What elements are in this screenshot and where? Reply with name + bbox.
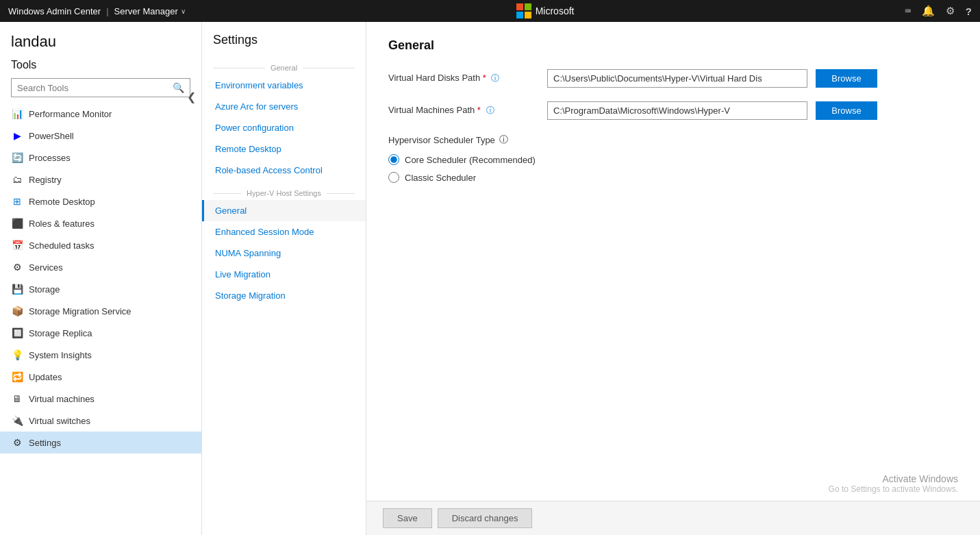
content-area: Settings General Environment variables A… — [202, 22, 980, 535]
nav-live-migration[interactable]: Live Migration — [202, 264, 366, 285]
vhd-info-icon[interactable]: ⓘ — [491, 73, 499, 83]
app-name: Windows Admin Center — [8, 6, 101, 16]
activate-title: Activate Windows — [829, 473, 958, 484]
vm-path-row: Virtual Machines Path * ⓘ Browse — [388, 101, 958, 120]
scheduler-label: Hypervisor Scheduler Type ⓘ — [388, 134, 958, 146]
sidebar: landau Tools 🔍 📊 Performance Monitor ▶ P… — [0, 22, 202, 535]
settings-icon[interactable]: ⚙ — [946, 5, 955, 17]
nav-power-config[interactable]: Power configuration — [202, 117, 366, 138]
nav-storage-migration[interactable]: Storage Migration — [202, 285, 366, 306]
terminal-icon[interactable]: ⌨ — [905, 5, 910, 16]
core-scheduler-label[interactable]: Core Scheduler (Recommended) — [405, 155, 536, 165]
sidebar-item-label: Processes — [29, 153, 71, 163]
vhd-path-input[interactable] — [547, 69, 807, 88]
sidebar-item-system-insights[interactable]: 💡 System Insights — [0, 344, 201, 366]
sidebar-header: landau Tools 🔍 — [0, 22, 201, 103]
remote-desktop-icon: ⊞ — [11, 195, 23, 208]
vhd-browse-button[interactable]: Browse — [816, 69, 877, 88]
tools-label: Tools — [11, 59, 190, 71]
nav-remote-desktop[interactable]: Remote Desktop — [202, 138, 366, 160]
classic-scheduler-radio[interactable] — [388, 172, 399, 183]
vhd-required-marker: * — [483, 73, 486, 83]
sidebar-item-storage-replica[interactable]: 🔲 Storage Replica — [0, 322, 201, 344]
roles-features-icon: ⬛ — [11, 217, 23, 229]
help-icon[interactable]: ? — [966, 5, 972, 17]
virtual-machines-icon: 🖥 — [11, 393, 23, 405]
collapse-sidebar-button[interactable]: ❮ — [187, 90, 196, 103]
nav-general[interactable]: General — [202, 200, 366, 221]
sidebar-item-processes[interactable]: 🔄 Processes — [0, 147, 201, 169]
bell-icon[interactable]: 🔔 — [922, 5, 935, 17]
sidebar-item-label: Virtual machines — [29, 394, 95, 404]
sidebar-item-registry[interactable]: 🗂 Registry — [0, 169, 201, 190]
sidebar-item-label: Updates — [29, 372, 62, 382]
ms-logo-icon — [516, 3, 531, 18]
settings-panel: Settings General Environment variables A… — [202, 22, 366, 535]
services-icon: ⚙ — [11, 261, 23, 273]
updates-icon: 🔁 — [11, 371, 23, 383]
search-box: 🔍 — [11, 78, 190, 97]
sidebar-item-services[interactable]: ⚙ Services — [0, 256, 201, 278]
discard-button[interactable]: Discard changes — [438, 508, 533, 528]
search-input[interactable] — [12, 79, 167, 97]
performance-monitor-icon: 📊 — [11, 108, 23, 120]
ms-logo-area: Microsoft — [516, 3, 575, 18]
vhd-label: Virtual Hard Disks Path * ⓘ — [388, 73, 539, 84]
sidebar-item-roles-features[interactable]: ⬛ Roles & features — [0, 212, 201, 234]
nav-numa-spanning[interactable]: NUMA Spanning — [202, 242, 366, 264]
sidebar-item-label: PowerShell — [29, 131, 74, 141]
sidebar-item-label: Services — [29, 262, 63, 273]
sidebar-item-label: Storage Migration Service — [29, 306, 131, 316]
vhd-path-row: Virtual Hard Disks Path * ⓘ Browse — [388, 69, 958, 88]
hyperv-group-sep: Hyper-V Host Settings — [213, 189, 355, 197]
core-scheduler-radio[interactable] — [388, 154, 399, 165]
scheduler-info-icon[interactable]: ⓘ — [499, 134, 508, 146]
main-content: General Virtual Hard Disks Path * ⓘ Brow… — [366, 22, 980, 535]
sidebar-item-label: Storage Replica — [29, 328, 92, 338]
nav-enhanced-session[interactable]: Enhanced Session Mode — [202, 221, 366, 242]
server-manager-label[interactable]: Server Manager ∨ — [114, 6, 186, 16]
system-insights-icon: 💡 — [11, 349, 23, 361]
processes-icon: 🔄 — [11, 151, 23, 164]
storage-icon: 💾 — [11, 283, 23, 295]
registry-icon: 🗂 — [11, 173, 23, 186]
sidebar-item-label: Settings — [29, 438, 61, 448]
sidebar-item-label: Storage — [29, 284, 60, 295]
sidebar-item-scheduled-tasks[interactable]: 📅 Scheduled tasks — [0, 234, 201, 256]
storage-replica-icon: 🔲 — [11, 327, 23, 339]
sidebar-item-label: Virtual switches — [29, 416, 90, 426]
sidebar-item-remote-desktop[interactable]: ⊞ Remote Desktop — [0, 190, 201, 212]
nav-env-vars[interactable]: Environment variables — [202, 75, 366, 96]
classic-scheduler-label[interactable]: Classic Scheduler — [405, 173, 476, 183]
vm-label: Virtual Machines Path * ⓘ — [388, 105, 539, 116]
vm-info-icon[interactable]: ⓘ — [486, 105, 494, 115]
sidebar-item-label: Registry — [29, 175, 62, 185]
vm-required-marker: * — [477, 105, 481, 115]
vm-path-input[interactable] — [547, 101, 807, 120]
vm-browse-button[interactable]: Browse — [816, 101, 877, 120]
sidebar-item-powershell[interactable]: ▶ PowerShell — [0, 125, 201, 147]
sidebar-item-performance-monitor[interactable]: 📊 Performance Monitor — [0, 103, 201, 125]
server-chevron-icon: ∨ — [181, 8, 186, 15]
sidebar-item-storage[interactable]: 💾 Storage — [0, 278, 201, 300]
virtual-switches-icon: 🔌 — [11, 414, 23, 427]
server-name: landau — [11, 33, 190, 51]
core-scheduler-row: Core Scheduler (Recommended) — [388, 154, 958, 165]
save-button[interactable]: Save — [383, 508, 432, 528]
sidebar-item-label: Remote Desktop — [29, 197, 95, 207]
nav-role-access[interactable]: Role-based Access Control — [202, 160, 366, 181]
activate-watermark: Activate Windows Go to Settings to activ… — [829, 473, 958, 494]
sidebar-item-virtual-switches[interactable]: 🔌 Virtual switches — [0, 410, 201, 432]
hyperv-group-label: Hyper-V Host Settings — [247, 189, 321, 197]
topbar: Windows Admin Center | Server Manager ∨ … — [0, 0, 980, 22]
sidebar-item-storage-migration[interactable]: 📦 Storage Migration Service — [0, 300, 201, 322]
sidebar-item-virtual-machines[interactable]: 🖥 Virtual machines — [0, 388, 201, 410]
scheduled-tasks-icon: 📅 — [11, 239, 23, 251]
settings-sidebar-icon: ⚙ — [11, 436, 23, 449]
sidebar-item-updates[interactable]: 🔁 Updates — [0, 366, 201, 388]
nav-azure-arc[interactable]: Azure Arc for servers — [202, 96, 366, 117]
ms-brand-name: Microsoft — [536, 5, 575, 16]
settings-panel-title: Settings — [202, 33, 366, 58]
sidebar-item-settings[interactable]: ⚙ Settings — [0, 432, 201, 453]
activate-subtitle: Go to Settings to activate Windows. — [829, 484, 958, 494]
